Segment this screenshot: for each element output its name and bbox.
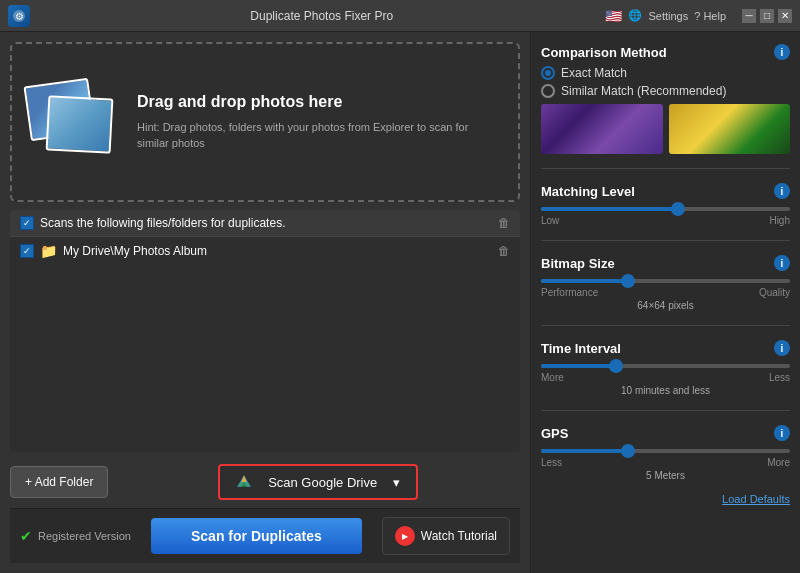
bitmap-quality-label: Quality bbox=[759, 287, 790, 298]
gps-less-label: Less bbox=[541, 457, 562, 468]
svg-text:⚙: ⚙ bbox=[15, 11, 24, 22]
check-icon: ✔ bbox=[20, 528, 32, 544]
left-panel: Drag and drop photos here Hint: Drag pho… bbox=[0, 32, 530, 573]
flag-icon: 🇺🇸 bbox=[605, 8, 622, 24]
folder-icon: 📁 bbox=[40, 243, 57, 259]
matching-level-slider[interactable]: Low High bbox=[541, 207, 790, 226]
gps-title: GPS i bbox=[541, 425, 790, 441]
bottom-action-row: + Add Folder Scan Google Drive ▾ bbox=[10, 464, 520, 500]
sample-butterfly-image bbox=[541, 104, 663, 154]
delete-folder-icon[interactable]: 🗑 bbox=[498, 244, 510, 258]
comparison-radio-group: Exact Match Similar Match (Recommended) bbox=[541, 66, 790, 98]
window-title: Duplicate Photos Fixer Pro bbox=[38, 9, 605, 23]
drop-zone-heading: Drag and drop photos here bbox=[137, 93, 503, 111]
bitmap-size-labels: Performance Quality bbox=[541, 287, 790, 298]
exact-match-radio[interactable] bbox=[541, 66, 555, 80]
title-bar: ⚙ Duplicate Photos Fixer Pro 🇺🇸 🌐 Settin… bbox=[0, 0, 800, 32]
time-interval-info-icon[interactable]: i bbox=[774, 340, 790, 356]
gps-center-label: 5 Meters bbox=[541, 470, 790, 481]
help-link[interactable]: ? Help bbox=[694, 10, 726, 22]
time-interval-slider[interactable]: More Less 10 minutes and less bbox=[541, 364, 790, 396]
folders-header: ✓ Scans the following files/folders for … bbox=[10, 210, 520, 237]
similar-match-radio[interactable] bbox=[541, 84, 555, 98]
time-interval-track bbox=[541, 364, 790, 368]
scan-google-drive-label: Scan Google Drive bbox=[268, 475, 377, 490]
gps-more-label: More bbox=[767, 457, 790, 468]
time-interval-title: Time Interval i bbox=[541, 340, 790, 356]
similar-match-option[interactable]: Similar Match (Recommended) bbox=[541, 84, 790, 98]
watch-tutorial-label: Watch Tutorial bbox=[421, 529, 497, 543]
lang-selector[interactable]: 🌐 bbox=[628, 9, 642, 22]
exact-match-option[interactable]: Exact Match bbox=[541, 66, 790, 80]
bitmap-size-slider[interactable]: Performance Quality 64×64 pixels bbox=[541, 279, 790, 311]
matching-level-fill bbox=[541, 207, 678, 211]
sample-sunflower-image bbox=[669, 104, 791, 154]
bitmap-size-fill bbox=[541, 279, 628, 283]
exact-match-label: Exact Match bbox=[561, 66, 627, 80]
gps-thumb[interactable] bbox=[621, 444, 635, 458]
delete-all-icon[interactable]: 🗑 bbox=[498, 216, 510, 230]
load-defaults-link[interactable]: Load Defaults bbox=[541, 493, 790, 505]
divider-2 bbox=[541, 240, 790, 241]
bitmap-size-section: Bitmap Size i Performance Quality 64×64 … bbox=[541, 255, 790, 311]
folder-item-row: ✓ 📁 My Drive\My Photos Album 🗑 bbox=[10, 237, 520, 265]
time-interval-labels: More Less bbox=[541, 372, 790, 383]
google-drive-icon bbox=[236, 474, 252, 490]
app-icon: ⚙ bbox=[8, 5, 30, 27]
minimize-button[interactable]: ─ bbox=[742, 9, 756, 23]
divider-3 bbox=[541, 325, 790, 326]
bitmap-performance-label: Performance bbox=[541, 287, 598, 298]
folders-section: ✓ Scans the following files/folders for … bbox=[10, 210, 520, 452]
gps-slider[interactable]: Less More 5 Meters bbox=[541, 449, 790, 481]
time-interval-fill bbox=[541, 364, 616, 368]
folders-checkbox[interactable]: ✓ bbox=[20, 216, 34, 230]
bitmap-size-info-icon[interactable]: i bbox=[774, 255, 790, 271]
settings-help-area: Settings ? Help bbox=[648, 10, 726, 22]
matching-level-thumb[interactable] bbox=[671, 202, 685, 216]
gps-info-icon[interactable]: i bbox=[774, 425, 790, 441]
scan-btn-row: ✔ Registered Version Scan for Duplicates… bbox=[10, 508, 520, 563]
gps-section: GPS i Less More 5 Meters bbox=[541, 425, 790, 481]
bitmap-size-track bbox=[541, 279, 790, 283]
scan-duplicates-button[interactable]: Scan for Duplicates bbox=[151, 518, 362, 554]
bitmap-size-title: Bitmap Size i bbox=[541, 255, 790, 271]
maximize-button[interactable]: □ bbox=[760, 9, 774, 23]
divider-1 bbox=[541, 168, 790, 169]
dropdown-chevron-icon: ▾ bbox=[393, 475, 400, 490]
right-panel: Comparison Method i Exact Match Similar … bbox=[530, 32, 800, 573]
time-interval-thumb[interactable] bbox=[609, 359, 623, 373]
divider-4 bbox=[541, 410, 790, 411]
registered-label: Registered Version bbox=[38, 530, 131, 542]
comparison-method-title: Comparison Method i bbox=[541, 44, 790, 60]
main-layout: Drag and drop photos here Hint: Drag pho… bbox=[0, 32, 800, 573]
bitmap-size-thumb[interactable] bbox=[621, 274, 635, 288]
watch-tutorial-button[interactable]: ▶ Watch Tutorial bbox=[382, 517, 510, 555]
time-more-label: More bbox=[541, 372, 564, 383]
folder-checkbox[interactable]: ✓ bbox=[20, 244, 34, 258]
comparison-info-icon[interactable]: i bbox=[774, 44, 790, 60]
time-interval-center-label: 10 minutes and less bbox=[541, 385, 790, 396]
drop-zone-photos-decoration bbox=[27, 77, 117, 167]
time-less-label: Less bbox=[769, 372, 790, 383]
comparison-method-section: Comparison Method i Exact Match Similar … bbox=[541, 44, 790, 154]
scan-google-drive-button[interactable]: Scan Google Drive ▾ bbox=[218, 464, 418, 500]
drop-zone[interactable]: Drag and drop photos here Hint: Drag pho… bbox=[10, 42, 520, 202]
gps-labels: Less More bbox=[541, 457, 790, 468]
window-controls: ─ □ ✕ bbox=[742, 9, 792, 23]
sample-images bbox=[541, 104, 790, 154]
matching-level-info-icon[interactable]: i bbox=[774, 183, 790, 199]
title-bar-right: 🇺🇸 🌐 Settings ? Help ─ □ ✕ bbox=[605, 8, 792, 24]
settings-link[interactable]: Settings bbox=[648, 10, 688, 22]
add-folder-button[interactable]: + Add Folder bbox=[10, 466, 108, 498]
folders-header-left: ✓ Scans the following files/folders for … bbox=[20, 216, 285, 230]
matching-level-section: Matching Level i Low High bbox=[541, 183, 790, 226]
drop-zone-text: Drag and drop photos here Hint: Drag pho… bbox=[137, 93, 503, 152]
folder-path: My Drive\My Photos Album bbox=[63, 244, 207, 258]
time-interval-section: Time Interval i More Less 10 minutes and… bbox=[541, 340, 790, 396]
registered-version-status: ✔ Registered Version bbox=[20, 528, 131, 544]
photo-card-2 bbox=[46, 95, 114, 153]
drop-zone-hint: Hint: Drag photos, folders with your pho… bbox=[137, 119, 503, 152]
play-icon: ▶ bbox=[395, 526, 415, 546]
gps-fill bbox=[541, 449, 628, 453]
close-button[interactable]: ✕ bbox=[778, 9, 792, 23]
